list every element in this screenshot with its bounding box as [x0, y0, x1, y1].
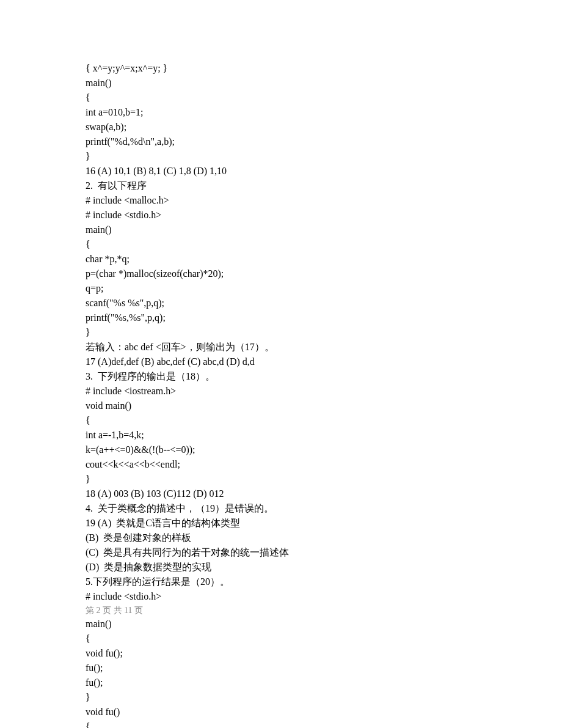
text-line: 5.下列程序的运行结果是（20）。 [86, 575, 476, 589]
text-line: { [86, 237, 476, 252]
text-line: # include <malloc.h> [86, 193, 476, 208]
text-line: main() [86, 617, 476, 631]
text-line: char *p,*q; [86, 252, 476, 267]
code-block-1: { x^=y;y^=x;x^=y; } main() { int a=010,b… [86, 61, 476, 604]
text-line: (D) 类是抽象数据类型的实现 [86, 560, 476, 575]
text-line: int a=010,b=1; [86, 105, 476, 120]
text-line: { [86, 631, 476, 646]
text-line: printf("%d,%d\n",a,b); [86, 134, 476, 149]
text-line: fu(); [86, 675, 476, 690]
text-line: { x^=y;y^=x;x^=y; } [86, 61, 476, 76]
text-line: 18 (A) 003 (B) 103 (C)112 (D) 012 [86, 487, 476, 501]
text-line: 4. 关于类概念的描述中，（19）是错误的。 [86, 501, 476, 516]
text-line: } [86, 472, 476, 487]
text-line: 19 (A) 类就是C语言中的结构体类型 [86, 516, 476, 531]
text-line: 17 (A)def,def (B) abc,def (C) abc,d (D) … [86, 355, 476, 369]
text-line: int a=-1,b=4,k; [86, 428, 476, 443]
page-indicator: 第 2 页 共 11 页 [86, 604, 476, 617]
text-line: { [86, 413, 476, 428]
text-line: (B) 类是创建对象的样板 [86, 531, 476, 545]
text-line: # include <stdio.h> [86, 208, 476, 222]
text-line: printf("%s,%s",p,q); [86, 311, 476, 325]
text-line: scanf("%s %s",p,q); [86, 296, 476, 311]
text-line: (C) 类是具有共同行为的若干对象的统一描述体 [86, 545, 476, 560]
text-line: { [86, 90, 476, 105]
text-line: void main() [86, 399, 476, 413]
text-line: q=p; [86, 281, 476, 296]
text-line: 若输入：abc def <回车>，则输出为（17）。 [86, 340, 476, 355]
text-line: } [86, 690, 476, 705]
text-line: p=(char *)malloc(sizeof(char)*20); [86, 267, 476, 281]
text-line: void fu() [86, 705, 476, 719]
text-line: k=(a++<=0)&&(!(b--<=0)); [86, 443, 476, 457]
text-line: fu(); [86, 661, 476, 675]
text-line: } [86, 325, 476, 340]
text-line: } [86, 149, 476, 164]
text-line: 3. 下列程序的输出是（18）。 [86, 369, 476, 384]
document-page: { x^=y;y^=x;x^=y; } main() { int a=010,b… [0, 0, 562, 728]
text-line: main() [86, 222, 476, 237]
text-line: # include <iostream.h> [86, 384, 476, 399]
text-line: 2. 有以下程序 [86, 178, 476, 193]
text-line: void fu(); [86, 646, 476, 661]
code-block-2: main() { void fu(); fu(); fu(); } void f… [86, 617, 476, 728]
text-line: { [86, 719, 476, 728]
text-line: cout<<k<<a<<b<<endl; [86, 457, 476, 472]
text-line: # include <stdio.h> [86, 589, 476, 604]
text-line: main() [86, 76, 476, 90]
text-line: 16 (A) 10,1 (B) 8,1 (C) 1,8 (D) 1,10 [86, 164, 476, 178]
text-line: swap(a,b); [86, 120, 476, 134]
